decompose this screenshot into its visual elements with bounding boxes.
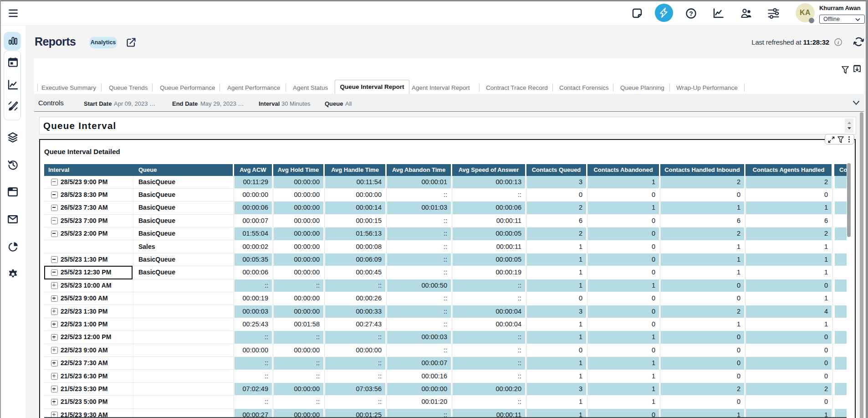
svg-text:i: i <box>837 40 839 45</box>
svg-text:?: ? <box>689 10 693 17</box>
